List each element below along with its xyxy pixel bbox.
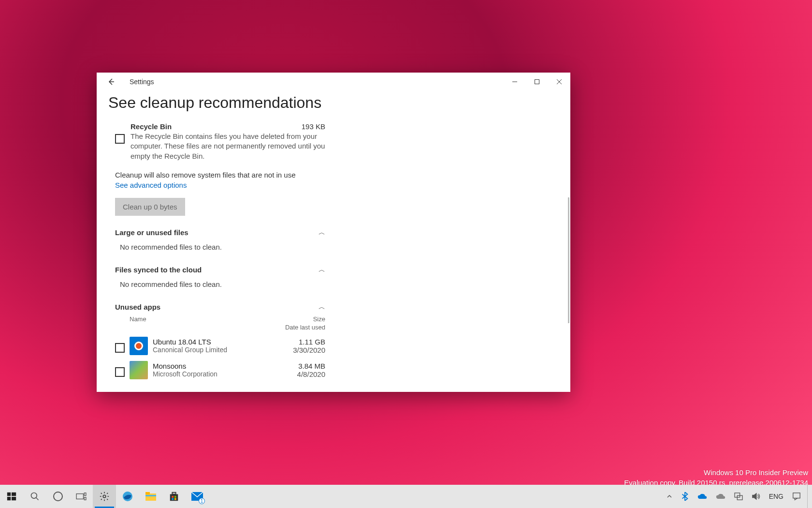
svg-line-9: [36, 498, 39, 500]
store-taskbar-icon[interactable]: [162, 485, 186, 508]
scrollbar[interactable]: [568, 197, 569, 323]
volume-icon[interactable]: [749, 485, 763, 508]
recycle-bin-name: Recycle Bin: [130, 122, 172, 131]
app-size: 3.84 MB: [277, 362, 325, 370]
section-large-unused[interactable]: Large or unused files ︿: [115, 227, 325, 238]
start-button[interactable]: [0, 485, 23, 508]
chevron-up-icon: ︿: [319, 228, 325, 237]
svg-rect-23: [174, 498, 176, 500]
project-icon[interactable]: [732, 485, 745, 508]
section-cloud-synced[interactable]: Files synced to the cloud ︿: [115, 265, 325, 275]
svg-point-13: [103, 495, 106, 498]
window-title: Settings: [130, 78, 154, 86]
file-explorer-taskbar-icon[interactable]: [139, 485, 162, 508]
tray-expand-button[interactable]: [664, 485, 675, 508]
cleanup-note: Cleanup will also remove system files th…: [115, 171, 325, 179]
app-date: 4/8/2020: [277, 370, 325, 378]
svg-rect-19: [172, 493, 175, 494]
mail-taskbar-icon[interactable]: 1: [186, 485, 209, 508]
advanced-options-link[interactable]: See advanced options: [115, 181, 187, 189]
app-publisher: Microsoft Corporation: [153, 370, 272, 378]
svg-rect-20: [172, 496, 174, 498]
language-indicator[interactable]: ENG: [767, 485, 786, 508]
svg-rect-1: [535, 80, 539, 84]
app-name: Monsoons: [153, 362, 272, 370]
notifications-icon[interactable]: [790, 485, 803, 508]
chevron-up-icon: ︿: [319, 266, 325, 274]
svg-rect-16: [145, 492, 150, 494]
app-date: 3/30/2020: [277, 346, 325, 354]
section-unused-title: Unused apps: [115, 303, 160, 311]
svg-rect-5: [12, 493, 16, 496]
close-button[interactable]: [548, 73, 570, 91]
svg-rect-11: [84, 493, 86, 495]
titlebar: Settings: [97, 73, 570, 91]
mail-badge: 1: [199, 498, 205, 504]
svg-rect-12: [84, 497, 86, 500]
minimize-button[interactable]: [504, 73, 526, 91]
svg-point-8: [31, 493, 37, 499]
page-title: See cleanup recommendations: [108, 94, 559, 112]
app-checkbox[interactable]: [115, 367, 125, 377]
apps-table-header: Name Size Date last used: [115, 313, 325, 334]
app-row: Ubuntu 18.04 LTS Canonical Group Limited…: [115, 334, 325, 358]
col-date: Date last used: [285, 324, 325, 332]
onedrive-gray-icon[interactable]: [713, 485, 728, 508]
col-size: Size: [285, 315, 325, 324]
chevron-up-icon: ︿: [319, 303, 325, 312]
svg-rect-6: [7, 497, 11, 500]
section-large-body: No recommended files to clean.: [115, 238, 325, 253]
search-button[interactable]: [23, 485, 46, 508]
cleanup-button[interactable]: Clean up 0 bytes: [115, 198, 185, 216]
taskbar: 1 ENG: [0, 485, 812, 508]
svg-rect-7: [12, 497, 16, 500]
back-button[interactable]: [105, 76, 117, 88]
recycle-bin-item: Recycle Bin 193 KB The Recycle Bin conta…: [115, 122, 325, 161]
task-view-button[interactable]: [70, 485, 93, 508]
show-desktop-button[interactable]: [807, 485, 810, 508]
svg-rect-17: [145, 495, 156, 496]
app-size: 1.11 GB: [277, 338, 325, 346]
maximize-button[interactable]: [526, 73, 548, 91]
monsoons-icon: [130, 361, 148, 379]
recycle-bin-checkbox[interactable]: [115, 134, 125, 144]
svg-rect-10: [76, 494, 83, 499]
col-name: Name: [130, 315, 146, 332]
settings-taskbar-icon[interactable]: [93, 485, 116, 508]
app-name: Ubuntu 18.04 LTS: [153, 338, 272, 346]
section-large-title: Large or unused files: [115, 228, 188, 237]
recycle-bin-size: 193 KB: [302, 122, 325, 131]
svg-rect-4: [7, 493, 11, 496]
svg-rect-22: [172, 498, 174, 500]
bluetooth-icon[interactable]: [679, 485, 691, 508]
edge-taskbar-icon[interactable]: [116, 485, 139, 508]
svg-rect-27: [793, 493, 800, 498]
app-publisher: Canonical Group Limited: [153, 346, 272, 354]
svg-rect-21: [174, 496, 176, 498]
ubuntu-icon: [130, 337, 148, 355]
section-cloud-title: Files synced to the cloud: [115, 266, 202, 274]
app-checkbox[interactable]: [115, 343, 125, 353]
svg-rect-18: [170, 494, 178, 501]
svg-rect-15: [145, 493, 156, 501]
recycle-bin-description: The Recycle Bin contains files you have …: [130, 132, 325, 161]
onedrive-icon[interactable]: [695, 485, 710, 508]
settings-window: Settings See cleanup recommendations Rec…: [97, 73, 570, 392]
section-cloud-body: No recommended files to clean.: [115, 275, 325, 290]
app-row: Monsoons Microsoft Corporation 3.84 MB 4…: [115, 358, 325, 382]
watermark-line1: Windows 10 Pro Insider Preview: [624, 467, 808, 478]
cortana-button[interactable]: [46, 485, 70, 508]
section-unused-apps[interactable]: Unused apps ︿: [115, 302, 325, 313]
